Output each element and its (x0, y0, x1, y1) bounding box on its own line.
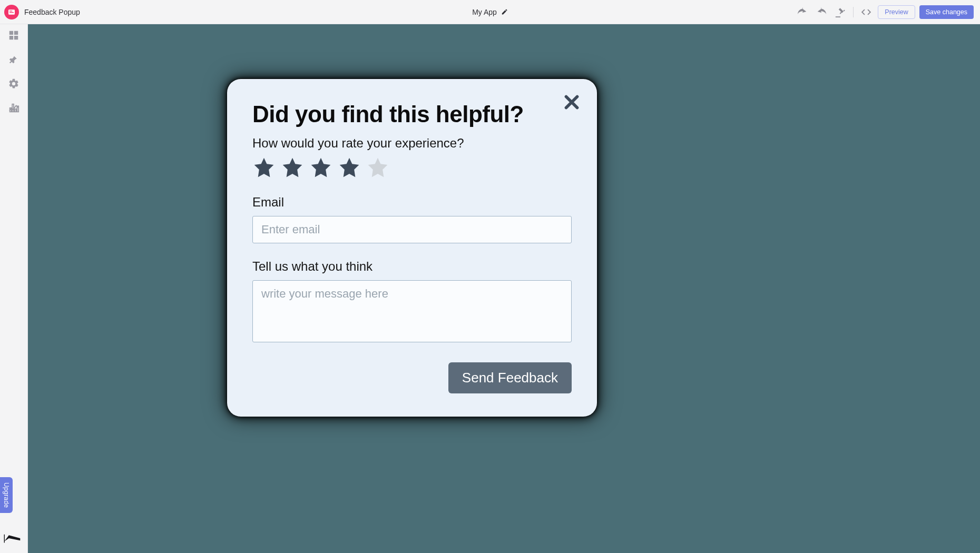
pin-icon[interactable] (8, 54, 19, 65)
send-feedback-button[interactable]: Send Feedback (448, 362, 572, 393)
chart-icon[interactable] (8, 102, 19, 114)
close-icon[interactable] (562, 93, 581, 112)
star-icon[interactable] (252, 156, 276, 179)
message-label: Tell us what you think (252, 259, 572, 274)
code-button[interactable] (859, 5, 874, 19)
undo-button[interactable] (795, 5, 810, 19)
upgrade-button[interactable]: Upgrade (0, 477, 13, 513)
top-header: Feedback Popup My App Preview Save chang… (0, 0, 980, 24)
email-field[interactable] (252, 216, 572, 243)
star-icon[interactable] (338, 156, 361, 179)
star-icon[interactable] (281, 156, 304, 179)
page-name: Feedback Popup (24, 8, 80, 16)
app-logo[interactable] (4, 5, 19, 19)
rating-stars (252, 156, 572, 179)
app-title: My App (472, 8, 497, 16)
gear-icon[interactable] (8, 78, 19, 90)
svg-rect-2 (9, 12, 14, 13)
pencil-icon (501, 8, 508, 15)
star-icon[interactable] (366, 156, 389, 179)
gavel-button[interactable] (833, 5, 848, 19)
preview-button[interactable]: Preview (878, 5, 915, 19)
star-icon[interactable] (309, 156, 332, 179)
feedback-popup: Did you find this helpful? How would you… (227, 79, 597, 417)
corner-flag-icon (3, 533, 22, 544)
popup-subtitle: How would you rate your experience? (252, 136, 572, 151)
left-sidebar: Upgrade (0, 24, 28, 553)
app-title-group[interactable]: My App (472, 8, 508, 16)
grid-icon[interactable] (8, 29, 19, 41)
editor-canvas[interactable]: Did you find this helpful? How would you… (28, 24, 980, 553)
svg-rect-1 (9, 11, 12, 11)
redo-button[interactable] (814, 5, 829, 19)
popup-title: Did you find this helpful? (252, 101, 572, 127)
svg-marker-3 (4, 535, 20, 541)
save-changes-button[interactable]: Save changes (919, 5, 974, 19)
message-field[interactable] (252, 280, 572, 342)
email-label: Email (252, 195, 572, 210)
toolbar-divider (853, 7, 854, 17)
